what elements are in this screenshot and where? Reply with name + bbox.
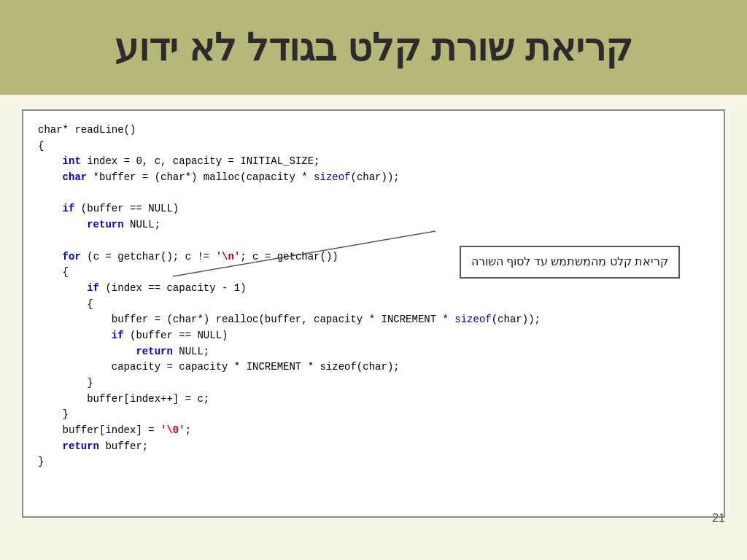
header: קריאת שורת קלט בגודל לא ידוע — [0, 0, 747, 95]
code-line: if (buffer == NULL) — [38, 328, 709, 344]
code-line: return NULL; — [38, 217, 709, 233]
code-line — [38, 186, 709, 202]
code-line: } — [38, 454, 709, 470]
code-line: if (buffer == NULL) — [38, 201, 709, 217]
code-line: capacity = capacity * INCREMENT * sizeof… — [38, 359, 709, 376]
main-content: char* readLine() { int index = 0, c, cap… — [0, 95, 747, 532]
code-line: char* readLine() — [38, 122, 709, 139]
annotation-box: קריאת קלט מהמשתמש עד לסוף השורה — [460, 246, 680, 279]
code-line: { — [38, 139, 709, 155]
code-line: buffer = (char*) realloc(buffer, capacit… — [38, 312, 709, 328]
code-line: int index = 0, c, capacity = INITIAL_SIZ… — [38, 154, 709, 170]
code-line: char *buffer = (char*) malloc(capacity *… — [38, 170, 709, 186]
code-line: } — [38, 376, 709, 392]
code-box: char* readLine() { int index = 0, c, cap… — [22, 109, 725, 518]
code-line: } — [38, 407, 709, 423]
code-line: if (index == capacity - 1) — [38, 281, 709, 297]
code-line: buffer[index++] = c; — [38, 392, 709, 408]
page-number: 21 — [712, 512, 725, 525]
page-title: קריאת שורת קלט בגודל לא ידוע — [115, 26, 632, 69]
code-line: { — [38, 297, 709, 313]
code-line: buffer[index] = '\0'; — [38, 423, 709, 439]
code-line: return buffer; — [38, 439, 709, 455]
code-line: return NULL; — [38, 344, 709, 360]
